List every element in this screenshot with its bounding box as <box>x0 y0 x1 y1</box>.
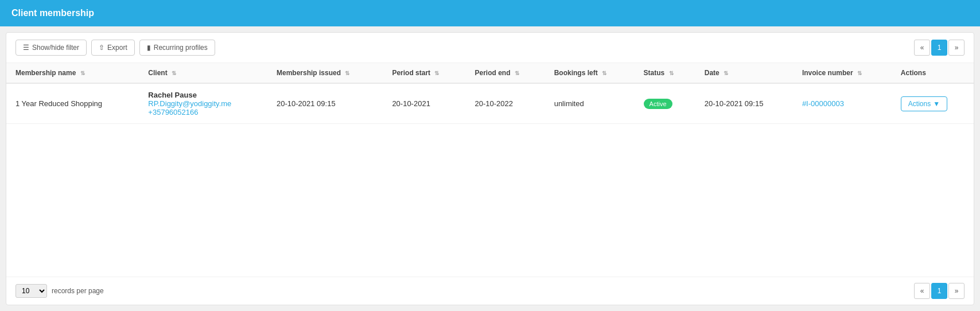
show-hide-filter-label: Show/hide filter <box>32 44 79 52</box>
current-page-button-bottom[interactable]: 1 <box>931 283 947 299</box>
col-header-membership-issued[interactable]: Membership issued ⇅ <box>267 63 383 83</box>
records-per-page-label: records per page <box>52 287 104 295</box>
client-phone[interactable]: +35796052166 <box>148 108 258 116</box>
col-header-period-end[interactable]: Period end ⇅ <box>465 63 545 83</box>
cell-bookings-left: unlimited <box>545 83 635 124</box>
cell-status: Active <box>635 83 695 124</box>
status-badge: Active <box>644 99 672 109</box>
client-email[interactable]: RP.Diggity@yodiggity.me <box>148 99 258 108</box>
cell-invoice-number: #I-00000003 <box>793 83 892 124</box>
recurring-profiles-button[interactable]: ▮ Recurring profiles <box>139 40 215 56</box>
footer-bar: 10 25 50 100 records per page « 1 » <box>6 277 974 305</box>
cell-actions: Actions ▼ <box>892 83 974 124</box>
records-per-page-control: 10 25 50 100 records per page <box>15 284 104 298</box>
current-page-button-top[interactable]: 1 <box>931 40 947 56</box>
col-header-membership-name[interactable]: Membership name ⇅ <box>6 63 139 83</box>
invoice-link[interactable]: #I-00000003 <box>802 99 844 108</box>
prev-page-button-top[interactable]: « <box>914 40 930 56</box>
toolbar-left: ☰ Show/hide filter ⇧ Export ▮ Recurring … <box>15 40 215 56</box>
table-row: 1 Year Reduced Shopping Rachel Pause RP.… <box>6 83 974 124</box>
show-hide-filter-button[interactable]: ☰ Show/hide filter <box>15 40 87 56</box>
sort-icon-membership-name: ⇅ <box>80 70 85 76</box>
sort-icon-client: ⇅ <box>172 70 176 76</box>
cell-membership-name: 1 Year Reduced Shopping <box>6 83 139 124</box>
col-header-client[interactable]: Client ⇅ <box>139 63 267 83</box>
table-header-row: Membership name ⇅ Client ⇅ Membership is… <box>6 63 974 83</box>
recurring-profiles-label: Recurring profiles <box>154 44 208 52</box>
next-page-button-top[interactable]: » <box>948 40 965 56</box>
sort-icon-date: ⇅ <box>724 70 728 76</box>
sort-icon-period-start: ⇅ <box>434 70 439 76</box>
sort-icon-invoice-number: ⇅ <box>857 70 862 76</box>
pagination-bottom: « 1 » <box>914 283 965 299</box>
sort-icon-status: ⇅ <box>669 70 674 76</box>
page-header: Client membership <box>0 0 980 26</box>
col-header-bookings-left[interactable]: Bookings left ⇅ <box>545 63 635 83</box>
cell-period-end: 20-10-2022 <box>465 83 545 124</box>
table-container: Membership name ⇅ Client ⇅ Membership is… <box>6 63 974 277</box>
cell-client: Rachel Pause RP.Diggity@yodiggity.me +35… <box>139 83 267 124</box>
sort-icon-bookings-left: ⇅ <box>602 70 606 76</box>
actions-button[interactable]: Actions ▼ <box>901 96 947 111</box>
cell-period-start: 20-10-2021 <box>383 83 465 124</box>
col-header-period-start[interactable]: Period start ⇅ <box>383 63 465 83</box>
cell-date: 20-10-2021 09:15 <box>695 83 793 124</box>
page-title: Client membership <box>11 8 94 18</box>
next-page-button-bottom[interactable]: » <box>948 283 965 299</box>
export-button[interactable]: ⇧ Export <box>91 40 135 56</box>
main-card: ☰ Show/hide filter ⇧ Export ▮ Recurring … <box>6 32 974 305</box>
col-header-actions: Actions <box>892 63 974 83</box>
export-label: Export <box>107 44 127 52</box>
export-icon: ⇧ <box>99 44 104 52</box>
records-per-page-select[interactable]: 10 25 50 100 <box>15 284 47 298</box>
toolbar: ☰ Show/hide filter ⇧ Export ▮ Recurring … <box>6 33 974 63</box>
chart-icon: ▮ <box>147 44 151 52</box>
page-wrapper: Client membership ☰ Show/hide filter ⇧ E… <box>0 0 980 311</box>
client-name: Rachel Pause <box>148 91 258 99</box>
sort-icon-membership-issued: ⇅ <box>345 70 349 76</box>
memberships-table: Membership name ⇅ Client ⇅ Membership is… <box>6 63 974 124</box>
col-header-status[interactable]: Status ⇅ <box>635 63 695 83</box>
filter-icon: ☰ <box>23 44 29 52</box>
col-header-invoice-number[interactable]: Invoice number ⇅ <box>793 63 892 83</box>
prev-page-button-bottom[interactable]: « <box>914 283 930 299</box>
col-header-date[interactable]: Date ⇅ <box>695 63 793 83</box>
pagination-top: « 1 » <box>914 40 965 56</box>
chevron-down-icon: ▼ <box>933 100 940 108</box>
sort-icon-period-end: ⇅ <box>515 70 519 76</box>
cell-membership-issued: 20-10-2021 09:15 <box>267 83 383 124</box>
